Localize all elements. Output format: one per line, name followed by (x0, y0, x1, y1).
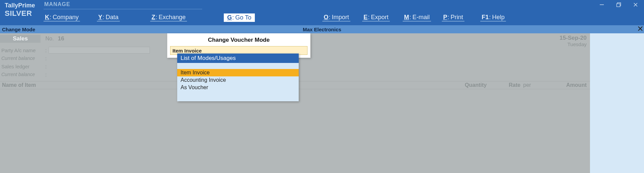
app-logo: TallyPrime SILVER (0, 0, 42, 25)
dropdown-item-item-invoice[interactable]: Item Invoice (177, 69, 299, 76)
main-area: Sales No. 16 15-Sep-20 Tuesday Party A/c… (0, 33, 644, 173)
modes-dropdown: List of Modes/Usages Item Invoice Accoun… (177, 54, 299, 101)
menu-email[interactable]: M:E-mail (403, 14, 431, 22)
col-per: per (520, 82, 541, 88)
title-bar: TallyPrime SILVER MANAGE K:Company Y:Dat… (0, 0, 644, 25)
close-icon (638, 26, 643, 31)
voucher-date-value: 15-Sep-20 (560, 35, 587, 41)
manage-label[interactable]: MANAGE (44, 1, 202, 9)
col-rate: Rate (487, 82, 520, 88)
dropdown-item-as-voucher[interactable]: As Voucher (177, 84, 299, 91)
manage-row: MANAGE (42, 0, 644, 10)
mode-label: Change Mode (0, 27, 35, 32)
dropdown-item-accounting-invoice[interactable]: Accounting Invoice (177, 76, 299, 84)
dropdown-header: List of Modes/Usages (177, 54, 299, 63)
main-menu: K:Company Y:Data Z:Exchange G:Go To O:Im… (42, 10, 644, 25)
voucher-no-value: 16 (58, 35, 64, 42)
col-quantity: Quantity (443, 82, 487, 88)
menu-goto[interactable]: G:Go To (224, 13, 255, 22)
current-balance-label: Current balance (1, 56, 45, 61)
minimize-icon (599, 2, 604, 7)
close-button[interactable] (627, 0, 644, 9)
close-icon (633, 2, 638, 7)
side-panel (590, 33, 644, 173)
minimize-button[interactable] (593, 0, 610, 9)
menu-data[interactable]: Y:Data (97, 14, 120, 22)
party-input[interactable] (49, 47, 150, 54)
popup-title: Change Voucher Mode (167, 33, 310, 46)
menu-import[interactable]: O:Import (322, 14, 350, 22)
menu-company[interactable]: K:Company (44, 14, 80, 22)
app-name: TallyPrime (5, 2, 39, 9)
menu-help[interactable]: F1:Help (480, 14, 506, 22)
maximize-icon (616, 2, 621, 7)
menu-export[interactable]: E:Export (362, 14, 390, 22)
menu-print[interactable]: P:Print (442, 14, 464, 22)
app-edition: SILVER (5, 9, 39, 18)
sub-bar: Change Mode Max Electronics (0, 25, 644, 33)
subbar-close-button[interactable] (638, 26, 643, 33)
top-right-area: MANAGE K:Company Y:Data Z:Exchange G:Go … (42, 0, 644, 25)
col-amount: Amount (541, 82, 588, 88)
sales-ledger-label: Sales ledger (1, 64, 45, 69)
window-controls (593, 0, 644, 9)
current-balance-label-2: Current balance (1, 72, 45, 77)
voucher-date: 15-Sep-20 Tuesday (560, 35, 587, 47)
menu-exchange[interactable]: Z:Exchange (150, 14, 187, 22)
voucher-type: Sales (0, 35, 41, 43)
voucher-no-label: No. (45, 36, 54, 42)
party-label: Party A/c name (1, 47, 45, 53)
svg-rect-2 (617, 4, 620, 7)
company-name: Max Electronics (303, 27, 341, 32)
voucher-day-value: Tuesday (560, 41, 587, 47)
popup-input-value: Item Invoice (172, 48, 202, 54)
maximize-button[interactable] (610, 0, 627, 9)
